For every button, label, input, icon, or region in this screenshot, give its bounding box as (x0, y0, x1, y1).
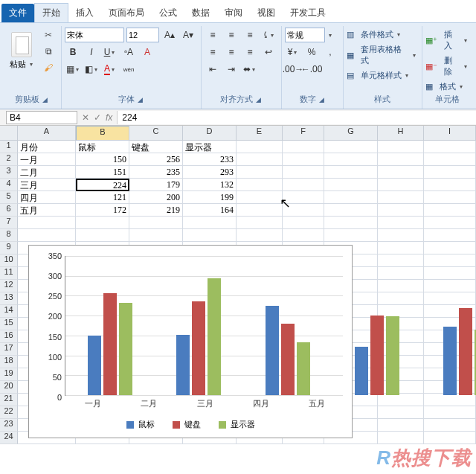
phonetic-button[interactable]: ᵃA (120, 45, 137, 60)
col-header[interactable]: G (324, 126, 378, 141)
cell[interactable]: 293 (183, 166, 237, 179)
cell[interactable] (378, 191, 424, 204)
cell[interactable] (283, 153, 324, 166)
cell[interactable]: 132 (183, 179, 237, 191)
row-header[interactable]: 6 (0, 204, 18, 217)
row-header[interactable]: 15 (0, 318, 18, 330)
comma-button[interactable]: , (322, 45, 338, 60)
cell[interactable] (283, 191, 324, 204)
confirm-icon[interactable]: ✓ (94, 112, 101, 123)
cell[interactable] (324, 179, 378, 191)
chart-bar[interactable] (459, 308, 472, 395)
cell[interactable]: 151 (76, 166, 129, 179)
cell[interactable] (424, 166, 476, 179)
cell[interactable] (76, 217, 129, 229)
decrease-indent-button[interactable]: ⇤ (205, 62, 221, 77)
cell[interactable] (129, 229, 183, 242)
wrap-text-button[interactable]: ↩ (260, 45, 277, 60)
cell[interactable]: 172 (76, 204, 129, 217)
col-header[interactable]: A (18, 126, 76, 141)
cell[interactable]: 键盘 (129, 141, 183, 153)
cell[interactable] (283, 217, 324, 229)
increase-decimal-button[interactable]: .00→ (285, 62, 301, 77)
cell[interactable] (378, 432, 424, 444)
tab-5[interactable]: 审阅 (217, 4, 250, 22)
cell[interactable]: 256 (129, 153, 183, 166)
italic-button[interactable]: I (83, 45, 100, 60)
ruby-button[interactable]: wén (120, 62, 137, 77)
cell[interactable] (237, 204, 283, 217)
cell[interactable] (378, 166, 424, 179)
row-header[interactable]: 5 (0, 191, 18, 204)
col-header[interactable]: E (237, 126, 283, 141)
dialog-launcher-icon[interactable]: ◢ (319, 96, 324, 103)
cell[interactable] (283, 166, 324, 179)
merge-button[interactable]: ⬌▾ (242, 62, 258, 77)
copy-button[interactable]: ⧉ (40, 44, 57, 59)
col-header[interactable]: F (283, 126, 324, 141)
row-header[interactable]: 22 (0, 406, 18, 419)
cell[interactable] (283, 141, 324, 153)
cell[interactable] (424, 153, 476, 166)
cell[interactable]: 199 (183, 191, 237, 204)
row-header[interactable]: 20 (0, 381, 18, 394)
row-header[interactable]: 16 (0, 330, 18, 343)
col-header[interactable]: B (76, 126, 129, 141)
cell[interactable] (237, 166, 283, 179)
chart-bar[interactable] (297, 342, 310, 395)
chart-bar[interactable] (355, 347, 368, 395)
col-header[interactable]: C (129, 126, 183, 141)
font-name-select[interactable] (65, 28, 124, 42)
border-button[interactable]: ▦▾ (65, 62, 81, 77)
chart-bar[interactable] (176, 335, 190, 395)
row-header[interactable]: 17 (0, 343, 18, 356)
tab-2[interactable]: 页面布局 (101, 4, 152, 22)
cell[interactable]: 显示器 (183, 141, 237, 153)
cell[interactable] (324, 191, 378, 204)
formula-input[interactable] (117, 111, 476, 124)
cell[interactable] (424, 179, 476, 191)
cell[interactable] (183, 217, 237, 229)
delete-cells-button[interactable]: ▦⁻ 删除 ▾ (425, 55, 469, 77)
cell[interactable]: 233 (183, 153, 237, 166)
col-header[interactable]: D (183, 126, 237, 141)
cell[interactable] (378, 394, 424, 406)
chart-bar[interactable] (281, 324, 295, 395)
dialog-launcher-icon[interactable]: ◢ (42, 96, 48, 103)
format-cells-button[interactable]: ▦ 格式 ▾ (425, 81, 464, 92)
cell-styles-button[interactable]: ▤ 单元格样式 ▾ (347, 70, 410, 81)
row-header[interactable]: 12 (0, 280, 18, 292)
cell[interactable] (378, 179, 424, 191)
cell[interactable] (424, 191, 476, 204)
cell[interactable] (183, 229, 237, 242)
cell[interactable] (324, 141, 378, 153)
cell[interactable]: 121 (76, 191, 129, 204)
cell[interactable] (424, 242, 476, 254)
dialog-launcher-icon[interactable]: ◢ (256, 96, 261, 103)
chart-bar[interactable] (88, 336, 101, 395)
cell[interactable]: 235 (129, 166, 183, 179)
cell[interactable] (424, 217, 476, 229)
tab-file[interactable]: 文件 (1, 4, 34, 22)
cell[interactable] (129, 217, 183, 229)
cell[interactable] (424, 419, 476, 432)
cell[interactable] (424, 141, 476, 153)
cell[interactable] (283, 179, 324, 191)
number-format-select[interactable] (285, 28, 325, 42)
cell[interactable] (237, 179, 283, 191)
row-header[interactable]: 19 (0, 368, 18, 381)
cell[interactable] (424, 406, 476, 419)
row-header[interactable]: 7 (0, 217, 18, 229)
decrease-decimal-button[interactable]: ←.00 (303, 62, 320, 77)
embedded-chart[interactable]: 鼠标键盘显示器 050100150200250300350一月二月三月四月五月 (28, 245, 353, 438)
tab-6[interactable]: 视图 (250, 4, 283, 22)
underline-button[interactable]: U▾ (102, 45, 118, 60)
align-top-button[interactable]: ≡ (205, 28, 221, 42)
row-header[interactable]: 9 (0, 242, 18, 254)
cell[interactable] (324, 204, 378, 217)
cell[interactable]: 164 (183, 204, 237, 217)
cell[interactable] (237, 153, 283, 166)
cell[interactable] (378, 217, 424, 229)
format-painter-button[interactable]: 🖌 (40, 60, 57, 75)
fill-color-button[interactable]: ◧▾ (83, 62, 100, 77)
